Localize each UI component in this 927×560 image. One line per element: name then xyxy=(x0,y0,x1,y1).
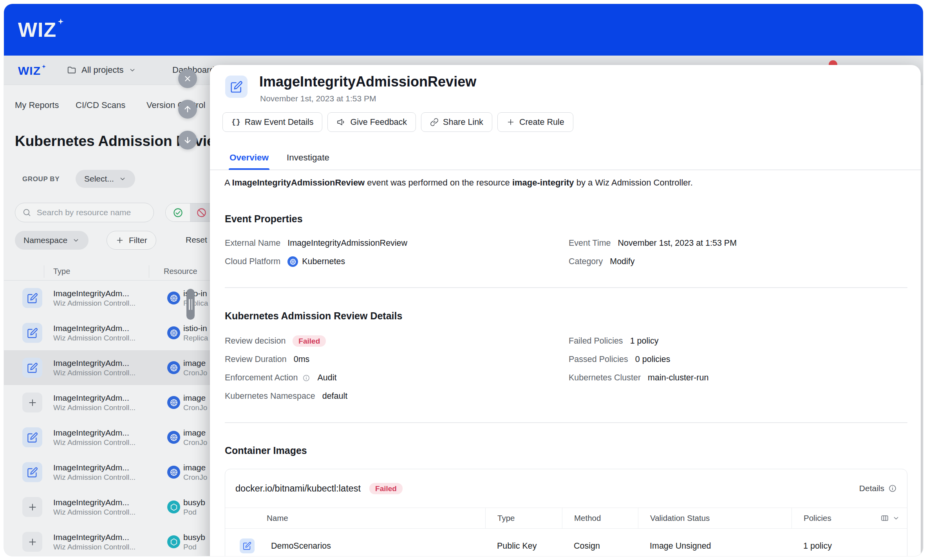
cloud-platform-label: Cloud Platform xyxy=(225,257,280,266)
review-duration-label: Review Duration xyxy=(225,355,287,364)
kubernetes-cluster-label: Kubernetes Cluster xyxy=(569,373,641,383)
section-container-images: Container Images xyxy=(225,445,307,456)
plus-icon xyxy=(506,118,515,126)
image-table-header: Name Type Method Validation Status Polic… xyxy=(225,508,907,529)
property-row: Kubernetes Namespace default xyxy=(225,390,347,402)
property-row: Category Modify xyxy=(569,256,737,268)
edit-event-icon xyxy=(240,538,255,553)
raw-event-details-label: Raw Event Details xyxy=(245,117,314,127)
edit-event-icon xyxy=(225,76,248,98)
columns-settings-icon[interactable] xyxy=(880,514,889,522)
drawer-timestamp: November 1st, 2023 at 1:53 PM xyxy=(260,94,376,103)
event-details-drawer: ImageIntegrityAdmissionReview November 1… xyxy=(210,65,921,556)
drawer-actions: {} Raw Event Details Give Feedback Share… xyxy=(222,112,573,132)
container-image-name: docker.io/bitnami/kubectl:latest xyxy=(235,483,361,494)
section-divider xyxy=(225,422,907,423)
share-link-label: Share Link xyxy=(443,117,483,127)
event-description: A ImageIntegrityAdmissionReview event wa… xyxy=(224,178,693,188)
passed-policies-label: Passed Policies xyxy=(569,355,628,364)
app-window: WIZ WIZ All projects Dashboard My Report… xyxy=(4,4,923,556)
policy-method: Cosign xyxy=(562,541,638,551)
previous-event-button[interactable] xyxy=(178,100,197,119)
property-row: Review Duration 0ms xyxy=(225,353,347,366)
braces-icon: {} xyxy=(231,118,240,126)
review-decision-label: Review decision xyxy=(225,336,286,346)
container-image-card: docker.io/bitnami/kubectl:latest Failed … xyxy=(225,469,907,556)
description-resource-name: image-integrity xyxy=(512,178,574,187)
failed-policies-label: Failed Policies xyxy=(569,336,623,346)
external-name-value: ImageIntegrityAdmissionReview xyxy=(287,238,407,248)
external-name-label: External Name xyxy=(225,238,280,248)
event-time-value: November 1st, 2023 at 1:53 PM xyxy=(618,238,737,248)
property-row: Passed Policies 0 policies xyxy=(569,353,708,366)
column-header-policies[interactable]: Policies xyxy=(804,513,831,523)
policy-name: DemoScenarios xyxy=(271,541,331,551)
property-row: Event Time November 1st, 2023 at 1:53 PM xyxy=(569,237,737,249)
tab-investigate[interactable]: Investigate xyxy=(287,146,329,170)
container-image-header: docker.io/bitnami/kubectl:latest Failed … xyxy=(225,469,907,508)
description-event-name: ImageIntegrityAdmissionReview xyxy=(232,178,365,187)
failed-badge: Failed xyxy=(369,483,403,494)
property-row: External Name ImageIntegrityAdmissionRev… xyxy=(225,237,407,249)
property-row: Enforcement Action Audit xyxy=(225,372,347,384)
details-link[interactable]: Details xyxy=(859,484,897,493)
details-label: Details xyxy=(859,484,884,493)
section-event-properties: Event Properties xyxy=(225,213,303,225)
drawer-resize-handle[interactable] xyxy=(186,289,195,320)
tab-overview[interactable]: Overview xyxy=(229,146,269,170)
kubernetes-icon xyxy=(287,256,298,267)
cloud-platform-value: Kubernetes xyxy=(302,257,345,266)
section-divider xyxy=(225,287,907,288)
policies-count: 1 policy xyxy=(791,541,907,551)
kubernetes-namespace-value: default xyxy=(322,391,348,401)
column-header-name[interactable]: Name xyxy=(225,508,485,528)
description-text: event was performed on the resource xyxy=(365,178,512,187)
kubernetes-namespace-label: Kubernetes Namespace xyxy=(225,391,315,401)
failed-badge: Failed xyxy=(293,335,326,347)
description-text: by a Wiz Admission Controller. xyxy=(574,178,693,187)
review-details-left: Review decision Failed Review Duration 0… xyxy=(225,335,347,409)
passed-policies-value: 0 policies xyxy=(635,355,670,364)
image-table-row[interactable]: DemoScenarios Public Key Cosign Image Un… xyxy=(225,529,907,556)
column-header-type[interactable]: Type xyxy=(485,508,562,528)
info-icon xyxy=(888,484,897,493)
property-row: Failed Policies 1 policy xyxy=(569,335,708,347)
column-header-validation-status[interactable]: Validation Status xyxy=(638,508,791,528)
failed-policies-value: 1 policy xyxy=(630,336,659,346)
section-review-details: Kubernetes Admission Review Details xyxy=(225,310,402,322)
create-rule-label: Create Rule xyxy=(519,117,564,127)
review-duration-value: 0ms xyxy=(294,355,310,364)
event-properties-right: Event Time November 1st, 2023 at 1:53 PM… xyxy=(569,237,737,274)
drawer-title: ImageIntegrityAdmissionReview xyxy=(259,74,476,90)
validation-status: Image Unsigned xyxy=(638,541,791,551)
property-row: Kubernetes Cluster main-cluster-run xyxy=(569,372,708,384)
drawer-tabs: Overview Investigate xyxy=(229,146,329,170)
chevron-down-icon[interactable] xyxy=(892,514,900,522)
info-icon[interactable] xyxy=(302,374,310,382)
property-row: Review decision Failed xyxy=(225,335,347,347)
megaphone-icon xyxy=(336,117,346,127)
next-event-button[interactable] xyxy=(178,131,197,149)
policy-type: Public Key xyxy=(485,541,562,551)
share-link-button[interactable]: Share Link xyxy=(421,112,492,132)
category-label: Category xyxy=(569,257,603,266)
enforcement-action-value: Audit xyxy=(317,373,336,383)
event-time-label: Event Time xyxy=(569,238,611,248)
category-value: Modify xyxy=(610,257,634,266)
create-rule-button[interactable]: Create Rule xyxy=(497,112,573,132)
close-drawer-button[interactable] xyxy=(178,69,197,88)
give-feedback-label: Give Feedback xyxy=(350,117,407,127)
column-header-method[interactable]: Method xyxy=(562,508,638,528)
event-properties-left: External Name ImageIntegrityAdmissionRev… xyxy=(225,237,407,274)
review-details-right: Failed Policies 1 policy Passed Policies… xyxy=(569,335,708,390)
give-feedback-button[interactable]: Give Feedback xyxy=(327,112,416,132)
raw-event-details-button[interactable]: {} Raw Event Details xyxy=(222,112,322,132)
link-icon xyxy=(430,118,439,126)
enforcement-action-label: Enforcement Action xyxy=(225,373,298,383)
kubernetes-cluster-value: main-cluster-run xyxy=(648,373,708,383)
property-row: Cloud Platform Kubernetes xyxy=(225,256,407,268)
description-text: A xyxy=(224,178,232,187)
